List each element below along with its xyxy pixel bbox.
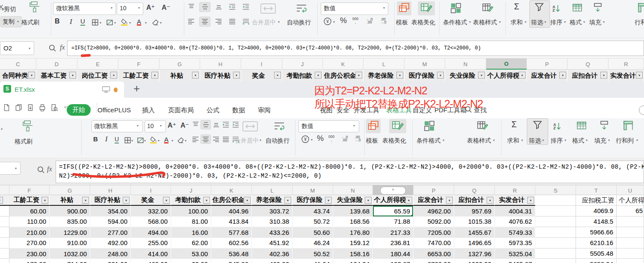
table-style-button[interactable]: 表格样式 (473, 19, 497, 26)
chevron-down-icon[interactable]: ▾ (100, 21, 101, 25)
cell-r4c3[interactable]: 277.00 (90, 227, 131, 238)
column-letter-G[interactable]: G (50, 185, 90, 196)
cell-r7c14[interactable] (535, 259, 576, 263)
cell-r5c9[interactable]: 159.12 (333, 238, 373, 248)
filter-button[interactable]: ▾ (233, 72, 240, 79)
currency-icon[interactable]: ¥ (323, 17, 332, 27)
font-name-value[interactable]: 微软雅黑 (94, 123, 118, 130)
cell-r5c12[interactable]: 1496.65 (454, 238, 495, 248)
cell-r6c2[interactable]: 1032.00 (50, 248, 90, 259)
zoom-lens-icon[interactable] (48, 44, 57, 54)
cell-r3c13[interactable]: 4076.62 (495, 216, 535, 227)
clear-icon[interactable] (152, 19, 159, 28)
cell-r6c0[interactable] (0, 248, 9, 259)
cell-r6c5[interactable]: 53.00 (171, 248, 211, 259)
decrease-font-button[interactable]: A⁻ (162, 3, 170, 12)
filter-icon[interactable] (532, 120, 543, 132)
italic-button[interactable]: I (105, 135, 107, 143)
cell-r2c1[interactable]: 60.00 (9, 206, 50, 216)
currency-icon[interactable]: ¥ (301, 135, 310, 145)
fill-button[interactable]: 填充 (589, 19, 601, 26)
filter-button[interactable]: ▾ (325, 197, 332, 204)
header-cell-E[interactable]: 岗位工资 ▾ (77, 70, 118, 82)
align-top-icon[interactable] (187, 3, 195, 12)
merge-center-icon[interactable] (260, 2, 276, 17)
monitor-icon[interactable] (102, 86, 110, 95)
cell-r2c16[interactable]: 65 (617, 206, 644, 216)
cell-r3c4[interactable]: 568.00 (131, 216, 171, 227)
font-size-value[interactable]: 10 (120, 5, 127, 12)
filter-button[interactable]: 筛选 (529, 137, 541, 145)
fx-icon[interactable]: fx (47, 165, 52, 173)
cell-r3c16[interactable] (617, 216, 644, 227)
chevron-down-icon[interactable]: ▾ (383, 6, 385, 10)
cell-r3c7[interactable]: 310.38 (252, 216, 292, 227)
filter-button[interactable]: ▾ (82, 197, 89, 204)
cell-r4c8[interactable]: 50.60 (292, 227, 333, 238)
header-cell-Q[interactable]: 应扣合计 ▾ (567, 70, 609, 82)
conditional-format-button[interactable]: 条件格式 (417, 137, 440, 145)
quick-access-printer-icon[interactable] (38, 104, 46, 113)
column-letter-M[interactable]: M (292, 185, 333, 196)
cell-r2c2[interactable]: 900.00 (50, 206, 90, 216)
filter-button[interactable]: ▾ (0, 197, 3, 204)
lower-header-cell-10[interactable]: 个人所得税 ▾ (373, 195, 414, 206)
lower-header-cell-14[interactable] (535, 195, 576, 206)
filter-icon[interactable] (534, 2, 544, 14)
rows-cols-button[interactable]: 行和列 (616, 137, 634, 145)
filter-button[interactable]: ▾ (527, 197, 534, 204)
chevron-down-icon[interactable]: ▾ (144, 139, 146, 143)
conditional-format-icon[interactable] (423, 120, 435, 134)
underline-button[interactable]: U (80, 18, 85, 25)
chevron-down-icon[interactable]: ▾ (311, 138, 313, 142)
cell-r3c6[interactable]: 413.84 (211, 216, 252, 227)
filter-button[interactable]: ▾ (636, 72, 643, 79)
chevron-down-icon[interactable]: ▾ (29, 47, 30, 50)
cell-r7c16[interactable] (617, 259, 644, 263)
formula-input[interactable]: =IFS(T2>8000, 0+2000*0. 03+4000*0. 08+(T… (67, 41, 644, 56)
cell-r5c10[interactable]: 236.81 (373, 238, 414, 248)
column-letter-S[interactable]: S (535, 185, 576, 196)
font-size-value[interactable]: 10 (147, 123, 154, 129)
chevron-down-icon[interactable]: ▾ (185, 139, 186, 143)
chevron-down-icon[interactable]: ▾ (15, 167, 17, 170)
cell-r6c13[interactable]: 5325.04 (495, 248, 535, 259)
decrease-font-button[interactable]: A⁻ (180, 121, 189, 129)
cell-r5c2[interactable]: 910.00 (50, 238, 90, 248)
sum-button[interactable]: 求和 (507, 137, 519, 145)
collapse-caret-button[interactable]: ^ (380, 187, 406, 195)
cell-r3c5[interactable]: 81.00 (171, 216, 211, 227)
chevron-down-icon[interactable]: ▾ (1, 128, 3, 131)
cell-r7c3[interactable]: 331.00 (90, 259, 131, 263)
chevron-down-icon[interactable]: ▾ (138, 6, 140, 10)
cell-r2c15[interactable]: 4069.9 (576, 206, 617, 216)
cell-r2c5[interactable]: 100.00 (171, 206, 211, 216)
filter-button[interactable]: ▾ (437, 72, 444, 79)
decrease-indent-icon[interactable] (228, 3, 236, 12)
cell-r7c5[interactable]: 29.00 (171, 259, 211, 263)
cell-r5c1[interactable]: 270.00 (9, 238, 50, 248)
column-letter-K[interactable]: K (323, 58, 363, 70)
align-middle-icon[interactable] (202, 121, 210, 130)
align-left-icon[interactable] (187, 18, 195, 26)
percent-icon[interactable]: % (317, 134, 324, 143)
borders-icon[interactable] (124, 137, 131, 146)
filter-button[interactable]: ▾ (478, 72, 485, 79)
cell-r5c15[interactable]: 6210.16 (576, 238, 617, 248)
fill-icon[interactable] (599, 120, 610, 133)
header-cell-N[interactable]: 失业保险 ▾ (445, 70, 486, 82)
fx-icon[interactable]: fx (60, 44, 65, 51)
wrap-text-icon[interactable] (273, 120, 286, 134)
chevron-down-icon[interactable]: ▾ (333, 20, 335, 24)
chevron-down-icon[interactable]: ▾ (525, 20, 526, 24)
align-right-icon[interactable] (212, 136, 220, 144)
lower-header-cell-3[interactable]: 医疗补贴 ▾ (90, 195, 131, 206)
increase-decimal-icon[interactable]: ←.0.00 (366, 18, 373, 25)
chevron-down-icon[interactable]: ▾ (608, 139, 610, 142)
filter-button[interactable]: ▾ (28, 72, 35, 79)
column-letter-G[interactable]: G (160, 58, 200, 70)
filter-button[interactable]: ▾ (396, 72, 403, 79)
chevron-down-icon[interactable]: ▾ (586, 139, 588, 142)
filter-button[interactable]: ▾ (163, 197, 170, 204)
distribute-icon[interactable] (242, 18, 250, 26)
